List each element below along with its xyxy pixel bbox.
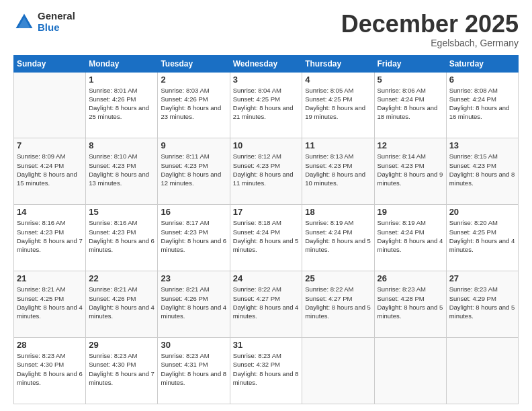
day-info: Sunrise: 8:04 AMSunset: 4:25 PMDaylight:… <box>233 86 300 122</box>
calendar-cell: 11Sunrise: 8:13 AMSunset: 4:23 PMDayligh… <box>302 138 374 205</box>
calendar-cell: 1Sunrise: 8:01 AMSunset: 4:26 PMDaylight… <box>86 72 158 138</box>
day-info: Sunrise: 8:23 AMSunset: 4:30 PMDaylight:… <box>17 351 83 387</box>
day-number: 13 <box>449 140 515 150</box>
calendar-cell: 26Sunrise: 8:23 AMSunset: 4:28 PMDayligh… <box>374 271 446 338</box>
calendar-cell: 27Sunrise: 8:23 AMSunset: 4:29 PMDayligh… <box>446 271 518 338</box>
calendar-cell: 4Sunrise: 8:05 AMSunset: 4:25 PMDaylight… <box>302 72 374 138</box>
calendar-cell: 19Sunrise: 8:19 AMSunset: 4:24 PMDayligh… <box>374 205 446 271</box>
day-number: 4 <box>305 75 371 85</box>
day-number: 27 <box>449 273 515 283</box>
col-thursday: Thursday <box>302 55 374 72</box>
day-info: Sunrise: 8:22 AMSunset: 4:27 PMDaylight:… <box>233 285 300 320</box>
day-info: Sunrise: 8:01 AMSunset: 4:26 PMDaylight:… <box>89 86 154 122</box>
calendar-cell: 14Sunrise: 8:16 AMSunset: 4:23 PMDayligh… <box>14 205 86 271</box>
day-number: 25 <box>305 273 371 283</box>
logo: General Blue <box>13 11 75 33</box>
day-number: 14 <box>17 207 83 217</box>
day-info: Sunrise: 8:23 AMSunset: 4:29 PMDaylight:… <box>449 285 515 320</box>
day-number: 26 <box>378 273 443 283</box>
calendar-cell: 5Sunrise: 8:06 AMSunset: 4:24 PMDaylight… <box>374 72 446 138</box>
day-number: 19 <box>378 207 443 217</box>
day-info: Sunrise: 8:10 AMSunset: 4:23 PMDaylight:… <box>89 152 154 187</box>
calendar-cell <box>14 72 86 138</box>
col-sunday: Sunday <box>14 55 86 72</box>
day-number: 5 <box>378 75 443 85</box>
day-number: 7 <box>17 140 83 150</box>
calendar-cell: 12Sunrise: 8:14 AMSunset: 4:23 PMDayligh… <box>374 138 446 205</box>
day-number: 11 <box>305 140 371 150</box>
day-number: 22 <box>89 273 154 283</box>
calendar-cell: 13Sunrise: 8:15 AMSunset: 4:23 PMDayligh… <box>446 138 518 205</box>
day-number: 9 <box>161 140 226 150</box>
logo-icon <box>13 11 35 33</box>
day-info: Sunrise: 8:17 AMSunset: 4:23 PMDaylight:… <box>161 218 226 254</box>
calendar-table: Sunday Monday Tuesday Wednesday Thursday… <box>13 55 519 404</box>
location-subtitle: Egelsbach, Germany <box>341 38 519 48</box>
day-info: Sunrise: 8:21 AMSunset: 4:26 PMDaylight:… <box>89 285 154 320</box>
day-number: 17 <box>233 207 300 217</box>
week-row-0: 1Sunrise: 8:01 AMSunset: 4:26 PMDaylight… <box>14 72 519 138</box>
logo-general-text: General <box>38 11 75 22</box>
col-tuesday: Tuesday <box>158 55 230 72</box>
calendar-cell: 31Sunrise: 8:23 AMSunset: 4:32 PMDayligh… <box>230 338 302 404</box>
calendar-cell: 8Sunrise: 8:10 AMSunset: 4:23 PMDaylight… <box>86 138 158 205</box>
calendar-cell: 2Sunrise: 8:03 AMSunset: 4:26 PMDaylight… <box>158 72 230 138</box>
calendar-cell: 10Sunrise: 8:12 AMSunset: 4:23 PMDayligh… <box>230 138 302 205</box>
day-number: 29 <box>89 340 154 350</box>
day-number: 3 <box>233 75 300 85</box>
day-info: Sunrise: 8:19 AMSunset: 4:24 PMDaylight:… <box>378 218 443 254</box>
title-block: December 2025 Egelsbach, Germany <box>341 11 519 48</box>
calendar-cell: 9Sunrise: 8:11 AMSunset: 4:23 PMDaylight… <box>158 138 230 205</box>
day-number: 16 <box>161 207 226 217</box>
day-number: 30 <box>161 340 226 350</box>
day-info: Sunrise: 8:15 AMSunset: 4:23 PMDaylight:… <box>449 152 515 187</box>
calendar-cell: 29Sunrise: 8:23 AMSunset: 4:30 PMDayligh… <box>86 338 158 404</box>
calendar-page: General Blue December 2025 Egelsbach, Ge… <box>0 0 532 411</box>
calendar-cell: 25Sunrise: 8:22 AMSunset: 4:27 PMDayligh… <box>302 271 374 338</box>
calendar-cell: 21Sunrise: 8:21 AMSunset: 4:25 PMDayligh… <box>14 271 86 338</box>
calendar-cell: 15Sunrise: 8:16 AMSunset: 4:23 PMDayligh… <box>86 205 158 271</box>
calendar-cell <box>446 338 518 404</box>
day-number: 2 <box>161 75 226 85</box>
day-number: 18 <box>305 207 371 217</box>
day-number: 31 <box>233 340 300 350</box>
day-info: Sunrise: 8:21 AMSunset: 4:25 PMDaylight:… <box>17 285 83 320</box>
day-info: Sunrise: 8:05 AMSunset: 4:25 PMDaylight:… <box>305 86 371 122</box>
day-info: Sunrise: 8:11 AMSunset: 4:23 PMDaylight:… <box>161 152 226 187</box>
week-row-1: 7Sunrise: 8:09 AMSunset: 4:24 PMDaylight… <box>14 138 519 205</box>
calendar-cell: 23Sunrise: 8:21 AMSunset: 4:26 PMDayligh… <box>158 271 230 338</box>
day-number: 1 <box>89 75 154 85</box>
day-number: 21 <box>17 273 83 283</box>
logo-text: General Blue <box>38 11 75 33</box>
day-info: Sunrise: 8:16 AMSunset: 4:23 PMDaylight:… <box>17 218 83 254</box>
day-number: 8 <box>89 140 154 150</box>
day-number: 10 <box>233 140 300 150</box>
day-info: Sunrise: 8:20 AMSunset: 4:25 PMDaylight:… <box>449 218 515 254</box>
day-info: Sunrise: 8:08 AMSunset: 4:24 PMDaylight:… <box>449 86 515 122</box>
calendar-cell: 18Sunrise: 8:19 AMSunset: 4:24 PMDayligh… <box>302 205 374 271</box>
day-info: Sunrise: 8:03 AMSunset: 4:26 PMDaylight:… <box>161 86 226 122</box>
col-wednesday: Wednesday <box>230 55 302 72</box>
week-row-4: 28Sunrise: 8:23 AMSunset: 4:30 PMDayligh… <box>14 338 519 404</box>
day-info: Sunrise: 8:09 AMSunset: 4:24 PMDaylight:… <box>17 152 83 187</box>
day-info: Sunrise: 8:21 AMSunset: 4:26 PMDaylight:… <box>161 285 226 320</box>
calendar-cell: 6Sunrise: 8:08 AMSunset: 4:24 PMDaylight… <box>446 72 518 138</box>
day-info: Sunrise: 8:12 AMSunset: 4:23 PMDaylight:… <box>233 152 300 187</box>
day-number: 15 <box>89 207 154 217</box>
day-number: 20 <box>449 207 515 217</box>
day-info: Sunrise: 8:22 AMSunset: 4:27 PMDaylight:… <box>305 285 371 320</box>
calendar-cell: 7Sunrise: 8:09 AMSunset: 4:24 PMDaylight… <box>14 138 86 205</box>
calendar-cell: 24Sunrise: 8:22 AMSunset: 4:27 PMDayligh… <box>230 271 302 338</box>
header: General Blue December 2025 Egelsbach, Ge… <box>13 11 519 48</box>
day-info: Sunrise: 8:14 AMSunset: 4:23 PMDaylight:… <box>378 152 443 187</box>
col-saturday: Saturday <box>446 55 518 72</box>
calendar-cell <box>374 338 446 404</box>
day-info: Sunrise: 8:13 AMSunset: 4:23 PMDaylight:… <box>305 152 371 187</box>
month-title: December 2025 <box>341 11 519 38</box>
day-info: Sunrise: 8:23 AMSunset: 4:32 PMDaylight:… <box>233 351 300 387</box>
day-info: Sunrise: 8:16 AMSunset: 4:23 PMDaylight:… <box>89 218 154 254</box>
logo-blue-text: Blue <box>38 22 75 34</box>
col-monday: Monday <box>86 55 158 72</box>
calendar-cell: 22Sunrise: 8:21 AMSunset: 4:26 PMDayligh… <box>86 271 158 338</box>
day-info: Sunrise: 8:23 AMSunset: 4:28 PMDaylight:… <box>378 285 443 320</box>
